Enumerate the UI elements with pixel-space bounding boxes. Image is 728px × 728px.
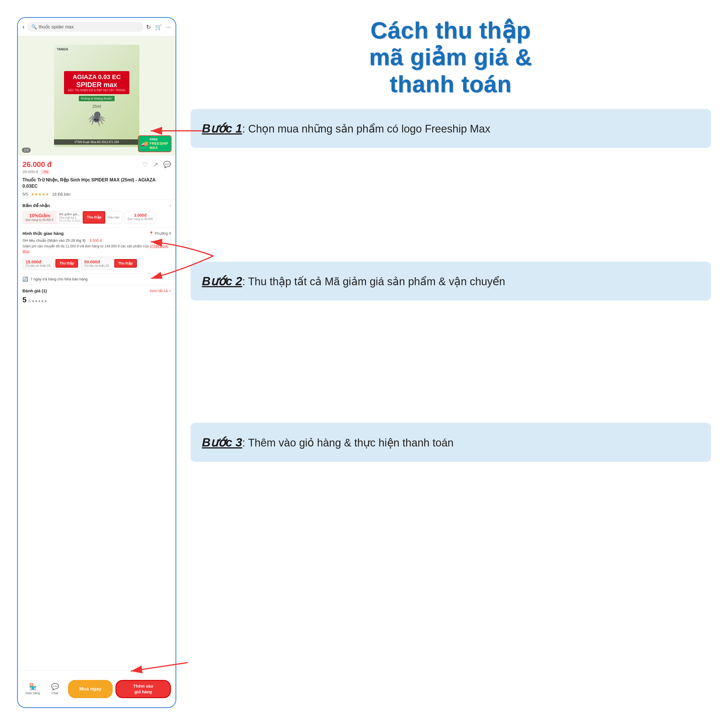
coupon-section: Bấm để nhận › 10%Giảm Đơn hàng từ 39.000…: [18, 200, 176, 228]
voucher-50000: 50.000đ Chi tiêu tối thiểu 30. Thu thập: [81, 257, 137, 270]
product-bottom-label: VTNN Được Mùa AG 0913.971.594: [54, 139, 139, 145]
review-score: 5: [23, 295, 26, 304]
back-button[interactable]: ‹: [23, 23, 24, 31]
review-link[interactable]: Xem tất cả >: [150, 289, 171, 293]
voucher-min-1: Chi tiêu tối thiểu 29.: [26, 264, 51, 267]
coupon-row: 10%Giảm Đơn hàng từ 39.000 đ. Mã giảm gi…: [23, 211, 171, 224]
coupon-pct: 10%Giảm: [26, 213, 54, 219]
brand-sub: ĐẶC TRỊ NHỆN ĐỎ & RỆP HẠI CÂY TRỒNG: [68, 89, 126, 92]
product-img-label: TANIZA: [57, 47, 68, 51]
brand-name: AGIAZA 0.03 EC: [68, 73, 126, 81]
coupon-amount: 3.000đ: [128, 213, 153, 217]
main-title: Cách thu thập mã giảm giá & thanh toán: [191, 17, 711, 98]
add-cart-line1: Thêm vào: [133, 684, 153, 689]
price-actions: ♡ ↗ 💬: [142, 161, 171, 168]
top-bar: ‹ 🔍 thuốc spider max ↻ 🛒 ···: [18, 18, 176, 36]
share-icon[interactable]: ↗: [153, 161, 158, 168]
arrow-1: [148, 119, 205, 142]
nav-icons: 🏪 Gian hàng 💬 Chat: [23, 683, 65, 695]
cart-icon[interactable]: 🛒: [155, 24, 162, 31]
buy-now-button[interactable]: Mua ngay: [68, 680, 113, 698]
nav-chat[interactable]: 💬 Chat: [44, 683, 65, 695]
coupon-date: 20-23 tha 9.2022: [59, 219, 81, 222]
freeship-max: FREESHIPMAX: [150, 141, 168, 150]
voucher-15000: 15.000đ Chi tiêu tối thiểu 29. Thu thập: [23, 257, 78, 270]
step1-card: Bước 1: Chọn mua những sản phẩm có logo …: [191, 109, 711, 148]
wishlist-icon[interactable]: ♡: [142, 161, 148, 168]
add-to-cart-button[interactable]: Thêm vào giỏ hàng: [115, 680, 171, 698]
voucher-amount-1: 15.000đ: [26, 259, 51, 264]
review-title: Đánh giá (1): [23, 288, 47, 293]
main-title-line3: thanh toán: [191, 71, 711, 98]
sold-count: 18 Đã bán: [52, 192, 70, 196]
nav-gian-hang[interactable]: 🏪 Gian hàng: [23, 683, 43, 695]
old-price-row: 28.000 đ -7%: [23, 170, 171, 174]
coupon-3000: 3.000đ Đơn hàng từ 69.000: [125, 211, 156, 224]
product-name: SPIDER max: [68, 81, 126, 89]
search-text: thuốc spider max: [39, 24, 73, 29]
coupon-min: Đơn hàng từ 69.000: [128, 217, 153, 221]
product-green-label: Không lo kháng thuốc!: [79, 96, 115, 101]
main-title-line1: Cách thu thập: [191, 17, 711, 44]
coupon-title: Bấm để nhận: [23, 203, 50, 208]
main-title-line2: mã giảm giá &: [191, 44, 711, 70]
coupon-mid-desc: Cho một số s: [59, 216, 81, 219]
voucher-min-2: Chi tiêu tối thiểu 30.: [84, 264, 110, 267]
search-icon: 🔍: [31, 24, 37, 29]
voucher-btn-2[interactable]: Thu thập: [114, 259, 137, 268]
stars: ★★★★★: [31, 192, 49, 196]
step1-content: : Chọn mua những sản phẩm có logo Freesh…: [242, 123, 490, 135]
step3-card: Bước 3: Thêm vào giỏ hàng & thực hiện th…: [191, 423, 711, 462]
more-icon[interactable]: ···: [166, 24, 171, 31]
product-info-section: 26.000 đ ♡ ↗ 💬 28.000 đ -7% Thuốc Trừ Nh…: [18, 156, 176, 200]
step2-card: Bước 2: Thu thập tất cả Mã giảm giá sản …: [191, 262, 711, 301]
add-cart-line2: giỏ hàng: [133, 689, 153, 695]
step3-label: Bước 3: [202, 436, 242, 449]
price-row: 26.000 đ ♡ ↗ 💬: [23, 160, 171, 169]
review-score-sub: /5 ★★★★★: [28, 299, 47, 303]
step3-content: : Thêm vào giỏ hàng & thực hiện thanh to…: [242, 437, 454, 449]
shipping-title: Hình thức giao hàng: [23, 231, 64, 236]
coupon-10pct: 10%Giảm Đơn hàng từ 39.000 đ. Mã giảm gi…: [23, 211, 122, 224]
review-section: Đánh giá (1) Xem tất cả > 5 /5 ★★★★★: [18, 285, 176, 308]
nav-gian-hang-label: Gian hàng: [26, 691, 40, 695]
voucher-amount-2: 50.000đ: [84, 259, 110, 264]
seller-link[interactable]: VTNN Được Mùa: [23, 244, 168, 253]
return-text: 7 ngày trả hàng cho Nhà bán hàng: [31, 277, 87, 281]
instructions-panel: Cách thu thập mã giảm giá & thanh toán B…: [191, 17, 711, 482]
rating-row: 5/5 ★★★★★ 18 Đã bán: [23, 192, 171, 196]
chat-icon: 💬: [51, 683, 59, 690]
store-icon: 🏪: [29, 683, 37, 690]
step1-text: Bước 1: Chọn mua những sản phẩm có logo …: [202, 119, 700, 138]
arrow-3: [128, 648, 191, 677]
product-title: Thuốc Trừ Nhện, Rệp Sinh Học SPIDER MAX …: [23, 177, 171, 190]
voucher-left-1: 15.000đ Chi tiêu tối thiểu 29.: [23, 257, 54, 269]
product-brand: AGIAZA 0.03 EC SPIDER max ĐẶC TRỊ NHỆN Đ…: [64, 71, 130, 94]
svg-line-4: [131, 662, 188, 671]
shipping-price: 3.500 đ: [90, 238, 102, 243]
coupon-10pct-left: 10%Giảm Đơn hàng từ 39.000 đ.: [23, 211, 57, 223]
discount-badge: -7%: [41, 170, 49, 174]
chat-product-icon[interactable]: 💬: [163, 161, 171, 168]
step1-label: Bước 1: [202, 122, 242, 135]
return-icon: 🔄: [23, 277, 28, 282]
product-image: TANIZA AGIAZA 0.03 EC SPIDER max ĐẶC TRỊ…: [54, 44, 139, 147]
voucher-left-2: 50.000đ Chi tiêu tối thiểu 30.: [81, 257, 112, 269]
coupon-middle: Mã giảm giá... Cho một số s 20-23 tha 9.…: [57, 211, 83, 223]
refresh-icon[interactable]: ↻: [146, 24, 151, 31]
coupon-header: Bấm để nhận ›: [23, 203, 171, 208]
review-score-row: 5 /5 ★★★★★: [23, 295, 171, 304]
top-icons: ↻ 🛒 ···: [146, 24, 171, 31]
coupon-desc: Đơn hàng từ 39.000 đ.: [26, 219, 54, 222]
rating-score: 5/5: [23, 192, 28, 196]
step2-text: Bước 2: Thu thập tất cả Mã giảm giá sản …: [202, 272, 700, 291]
coupon-mid-title: Mã giảm giá...: [59, 213, 81, 216]
coupon-arrow: ›: [170, 203, 171, 208]
coupon-collect-btn[interactable]: Thu thập: [83, 211, 105, 223]
voucher-btn-1[interactable]: Thu thập: [55, 259, 78, 268]
search-box[interactable]: 🔍 thuốc spider max: [27, 22, 143, 32]
step3-text: Bước 3: Thêm vào giỏ hàng & thực hiện th…: [202, 433, 700, 451]
nav-chat-label: Chat: [52, 691, 58, 695]
old-price: 28.000 đ: [23, 170, 38, 174]
coupon-condition: Điều kiện: [105, 211, 122, 223]
